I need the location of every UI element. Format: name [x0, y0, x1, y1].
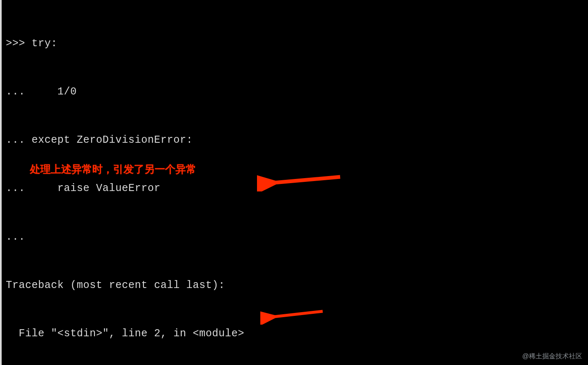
- terminal-line: ...: [6, 229, 588, 246]
- terminal-output: >>> try: ... 1/0 ... except ZeroDivision…: [0, 0, 588, 365]
- terminal-line: ... raise ValueError: [6, 181, 588, 197]
- terminal-line: ... 1/0: [6, 84, 588, 100]
- terminal-line: ... except ZeroDivisionError:: [6, 132, 588, 149]
- terminal-line: Traceback (most recent call last):: [6, 278, 588, 294]
- terminal-line: File "<stdin>", line 2, in <module>: [6, 326, 588, 342]
- watermark-text: @稀土掘金技术社区: [522, 352, 582, 361]
- terminal-line: >>> try:: [6, 36, 588, 52]
